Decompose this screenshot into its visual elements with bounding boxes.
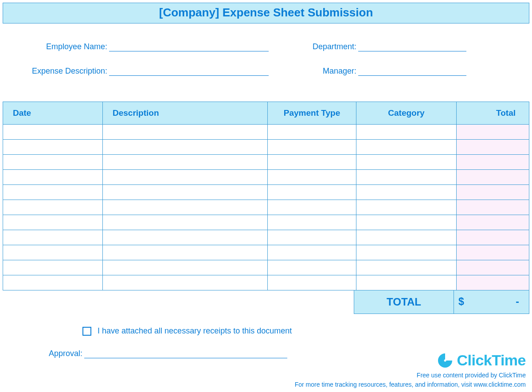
cell[interactable] <box>356 260 457 275</box>
clicktime-logo: ClickTime <box>436 352 526 369</box>
table-row <box>3 170 529 185</box>
field-manager: Manager: <box>278 67 503 76</box>
col-payment-type: Payment Type <box>268 102 356 125</box>
cell[interactable] <box>268 260 356 275</box>
cell[interactable] <box>457 230 529 245</box>
logo-text: ClickTime <box>457 352 526 369</box>
department-input[interactable] <box>358 43 466 51</box>
cell[interactable] <box>103 275 268 290</box>
cell[interactable] <box>457 170 529 185</box>
table-row <box>3 125 529 140</box>
cell[interactable] <box>3 275 103 290</box>
svg-point-0 <box>444 359 446 361</box>
footer: ClickTime Free use content provided by C… <box>295 352 526 389</box>
cell[interactable] <box>268 245 356 260</box>
cell[interactable] <box>103 215 268 230</box>
cell[interactable] <box>103 245 268 260</box>
table-row <box>3 185 529 200</box>
total-row: TOTAL $ - <box>3 290 529 314</box>
col-description: Description <box>103 102 268 125</box>
cell[interactable] <box>457 260 529 275</box>
receipts-text: I have attached all necessary receipts t… <box>98 326 292 336</box>
table-row <box>3 275 529 290</box>
expense-table: Date Description Payment Type Category T… <box>3 102 529 290</box>
cell[interactable] <box>268 185 356 200</box>
total-label: TOTAL <box>354 290 454 314</box>
cell[interactable] <box>268 140 356 155</box>
table-row <box>3 230 529 245</box>
cell[interactable] <box>3 185 103 200</box>
cell[interactable] <box>103 260 268 275</box>
cell[interactable] <box>103 170 268 185</box>
cell[interactable] <box>457 245 529 260</box>
cell[interactable] <box>356 170 457 185</box>
cell[interactable] <box>103 230 268 245</box>
cell[interactable] <box>3 200 103 215</box>
receipts-checkbox[interactable] <box>82 327 91 336</box>
cell[interactable] <box>268 125 356 140</box>
cell[interactable] <box>103 125 268 140</box>
cell[interactable] <box>356 140 457 155</box>
receipts-row: I have attached all necessary receipts t… <box>82 326 529 336</box>
title-bar: [Company] Expense Sheet Submission <box>3 3 529 24</box>
manager-input[interactable] <box>358 67 466 76</box>
employee-name-input[interactable] <box>109 43 269 51</box>
cell[interactable] <box>356 245 457 260</box>
cell[interactable] <box>356 275 457 290</box>
header-fields: Employee Name: Department: Expense Descr… <box>3 24 529 102</box>
field-expense-description: Expense Description: <box>29 67 278 76</box>
col-category: Category <box>356 102 457 125</box>
cell[interactable] <box>356 155 457 170</box>
table-row <box>3 260 529 275</box>
total-amount: - <box>516 296 519 308</box>
cell[interactable] <box>356 215 457 230</box>
cell[interactable] <box>457 215 529 230</box>
cell[interactable] <box>268 275 356 290</box>
cell[interactable] <box>103 140 268 155</box>
cell[interactable] <box>268 155 356 170</box>
cell[interactable] <box>268 200 356 215</box>
cell[interactable] <box>356 200 457 215</box>
expense-description-input[interactable] <box>109 67 269 76</box>
cell[interactable] <box>457 125 529 140</box>
total-currency: $ <box>458 296 464 308</box>
total-value: $ - <box>454 290 529 314</box>
cell[interactable] <box>457 155 529 170</box>
cell[interactable] <box>103 155 268 170</box>
cell[interactable] <box>103 185 268 200</box>
cell[interactable] <box>268 215 356 230</box>
cell[interactable] <box>3 125 103 140</box>
footer-line-1: Free use content provided by ClickTime <box>295 371 526 380</box>
cell[interactable] <box>3 245 103 260</box>
page-title: [Company] Expense Sheet Submission <box>3 6 529 20</box>
cell[interactable] <box>3 260 103 275</box>
approval-input[interactable] <box>84 349 287 358</box>
cell[interactable] <box>3 230 103 245</box>
cell[interactable] <box>356 125 457 140</box>
cell[interactable] <box>457 185 529 200</box>
cell[interactable] <box>3 140 103 155</box>
department-label: Department: <box>304 42 356 51</box>
cell[interactable] <box>3 215 103 230</box>
clock-icon <box>436 353 454 368</box>
cell[interactable] <box>356 185 457 200</box>
col-date: Date <box>3 102 103 125</box>
cell[interactable] <box>268 170 356 185</box>
cell[interactable] <box>457 275 529 290</box>
cell[interactable] <box>457 140 529 155</box>
svg-point-1 <box>448 356 450 358</box>
manager-label: Manager: <box>304 67 356 76</box>
cell[interactable] <box>356 230 457 245</box>
field-employee-name: Employee Name: <box>29 42 278 51</box>
cell[interactable] <box>268 230 356 245</box>
approval-label: Approval: <box>49 349 82 358</box>
table-row <box>3 245 529 260</box>
col-total: Total <box>457 102 529 125</box>
cell[interactable] <box>3 170 103 185</box>
table-row <box>3 200 529 215</box>
cell[interactable] <box>3 155 103 170</box>
footer-line-2: For more time tracking resources, featur… <box>295 380 526 389</box>
cell[interactable] <box>457 200 529 215</box>
cell[interactable] <box>103 200 268 215</box>
table-row <box>3 155 529 170</box>
